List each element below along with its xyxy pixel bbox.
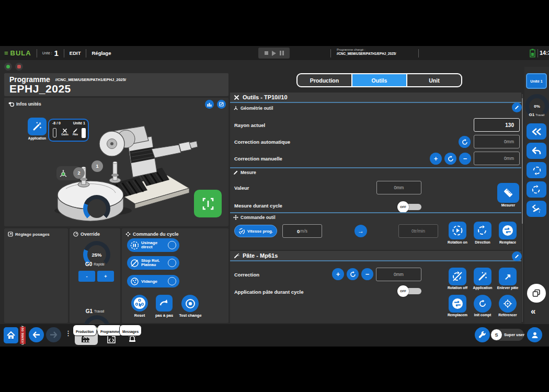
scrollbar[interactable] xyxy=(522,94,523,322)
vitesse-prog-button[interactable]: Vitesse prog. xyxy=(234,225,277,237)
brand-logo[interactable]: ≡ BULA xyxy=(4,49,31,57)
unit-indicator[interactable]: Unité : 1 xyxy=(42,49,59,57)
pate-icon xyxy=(234,253,239,259)
program-panel: Programme //CNC_MEM/USER/PATH1/EPHJ_2025… xyxy=(4,73,228,96)
mesurer-button[interactable] xyxy=(497,183,519,203)
override-minus-button[interactable]: - xyxy=(78,271,95,282)
rotate-ccw-button[interactable] xyxy=(527,181,546,198)
license-text: LICENSE DEV xyxy=(21,326,24,344)
more-options-button[interactable]: ⋮ xyxy=(65,330,72,337)
direction-button[interactable] xyxy=(474,222,491,239)
back-step-icon xyxy=(532,147,541,155)
pate-reset-icon[interactable] xyxy=(347,268,359,280)
tab-unit[interactable]: Unit xyxy=(407,74,461,86)
correction-auto-field[interactable]: 0mm xyxy=(474,135,520,148)
rotation-off-button[interactable] xyxy=(449,268,466,285)
g0-gauge[interactable] xyxy=(83,195,110,222)
init-compteur-button[interactable] xyxy=(474,295,491,313)
fast-back-icon xyxy=(531,128,542,136)
pause-icon[interactable] xyxy=(280,51,284,55)
stop-icon[interactable] xyxy=(265,51,268,55)
profile-button[interactable] xyxy=(527,327,542,342)
tab-production[interactable]: Production xyxy=(298,74,352,86)
rotate-cw-button[interactable] xyxy=(527,162,546,178)
reset-label: Reset xyxy=(125,313,154,318)
enlever-pate-button[interactable]: ↗ xyxy=(499,268,517,285)
vitesse-icon xyxy=(238,228,245,235)
run-indicator-button[interactable] xyxy=(4,63,12,71)
pas-a-pas-button[interactable] xyxy=(156,295,173,312)
playback-controls[interactable] xyxy=(258,48,290,59)
edit-layout-icon[interactable] xyxy=(217,100,226,109)
geometrie-edit-pencil-icon[interactable] xyxy=(512,102,522,112)
override-plus-button[interactable]: + xyxy=(97,271,114,282)
mesure-cycle-toggle[interactable]: OFF xyxy=(397,201,421,213)
test-change-button[interactable] xyxy=(181,295,199,312)
remplace-icon xyxy=(502,225,513,236)
mesure-cycle-state: OFF xyxy=(400,205,406,209)
vidange-button[interactable]: Vidange xyxy=(127,275,179,287)
valeur-field[interactable]: 0mm xyxy=(376,181,421,194)
usinage-direct-button[interactable]: Usinage direct xyxy=(127,238,179,252)
pate-cycle-toggle[interactable]: OFF xyxy=(397,285,421,297)
enlever-pate-label: Enlever pâte xyxy=(496,286,520,290)
rayon-actuel-field[interactable]: 130 xyxy=(474,118,520,132)
home-button[interactable] xyxy=(4,327,18,343)
stop-rot-plateau-button[interactable]: Stop Rot. Plateau xyxy=(127,256,179,270)
usinage-direct-icon xyxy=(130,241,139,250)
user-pill[interactable]: S Super user xyxy=(490,329,524,341)
nav-forward-button[interactable] xyxy=(46,327,61,342)
back-step-button[interactable] xyxy=(527,143,546,159)
reglage-posages-title: Réglage posages xyxy=(15,232,50,237)
remplace-button[interactable] xyxy=(499,222,517,239)
vidange-radio[interactable] xyxy=(168,277,176,285)
marker-1[interactable]: 1 xyxy=(92,160,103,172)
apply-speed-arrow-icon[interactable]: → xyxy=(354,225,367,237)
nav-back-button[interactable] xyxy=(29,327,44,342)
reset-button[interactable] xyxy=(131,295,148,312)
speed-field[interactable]: 0 m/s xyxy=(282,224,322,238)
override-g1-gauge[interactable]: 0% xyxy=(83,315,110,342)
correction-auto-reset-icon[interactable] xyxy=(459,136,471,148)
sidebar-unit-tab[interactable]: Unité 1 xyxy=(526,73,547,89)
marker-2[interactable]: 2 xyxy=(73,167,85,179)
stop-indicator-button[interactable] xyxy=(15,63,23,71)
usinage-direct-radio[interactable] xyxy=(168,241,176,249)
rotation-on-button[interactable] xyxy=(449,222,466,239)
settings-wrench-button[interactable] xyxy=(475,327,490,342)
remplacement-button[interactable] xyxy=(449,295,466,313)
chart-icon[interactable] xyxy=(205,100,214,109)
play-icon[interactable] xyxy=(272,51,276,56)
brand-text: BULA xyxy=(10,49,31,57)
duplicate-view-button[interactable] xyxy=(527,284,546,303)
rotate-ccw-icon xyxy=(531,185,542,195)
stop-rot-radio[interactable] xyxy=(168,259,176,267)
pate-correction-label: Correction xyxy=(234,268,259,281)
undo-application-button[interactable] xyxy=(527,201,546,217)
sidebar-g1-code: G1 xyxy=(529,112,535,117)
collapse-sidebar-button[interactable]: « xyxy=(531,306,535,317)
pate-plus-button[interactable]: + xyxy=(332,268,344,280)
change-part-button[interactable] xyxy=(194,190,222,217)
divider xyxy=(37,49,37,57)
mesure-cycle-label: Mesure durant cycle xyxy=(234,199,282,212)
pate-correction-field[interactable]: 0mm xyxy=(376,268,421,281)
red-square-icon xyxy=(17,65,21,68)
program-name: EPHJ_2025 xyxy=(9,83,71,95)
vitesse-label: Vitesse prog. xyxy=(247,229,273,234)
correction-man-field[interactable]: 0mm xyxy=(474,152,520,165)
application-button[interactable] xyxy=(474,268,491,285)
referencer-button[interactable] xyxy=(499,295,517,313)
tab-outils[interactable]: Outils xyxy=(352,74,407,86)
pate-edit-pencil-icon[interactable] xyxy=(512,251,522,261)
commande-cycle-panel: Commande du cycle Usinage direct Stop Ro… xyxy=(122,228,228,323)
correction-man-plus-button[interactable]: + xyxy=(430,153,442,165)
fast-back-button[interactable] xyxy=(527,123,546,140)
valeur-value: 0mm xyxy=(394,185,404,190)
override-title: Override xyxy=(81,232,100,237)
correction-auto-label: Correction automatique xyxy=(234,135,290,148)
pate-minus-button[interactable]: − xyxy=(361,268,373,280)
test-change-label: Test change xyxy=(176,313,205,318)
correction-man-reset-icon[interactable] xyxy=(444,153,456,165)
correction-man-minus-button[interactable]: − xyxy=(459,153,471,165)
